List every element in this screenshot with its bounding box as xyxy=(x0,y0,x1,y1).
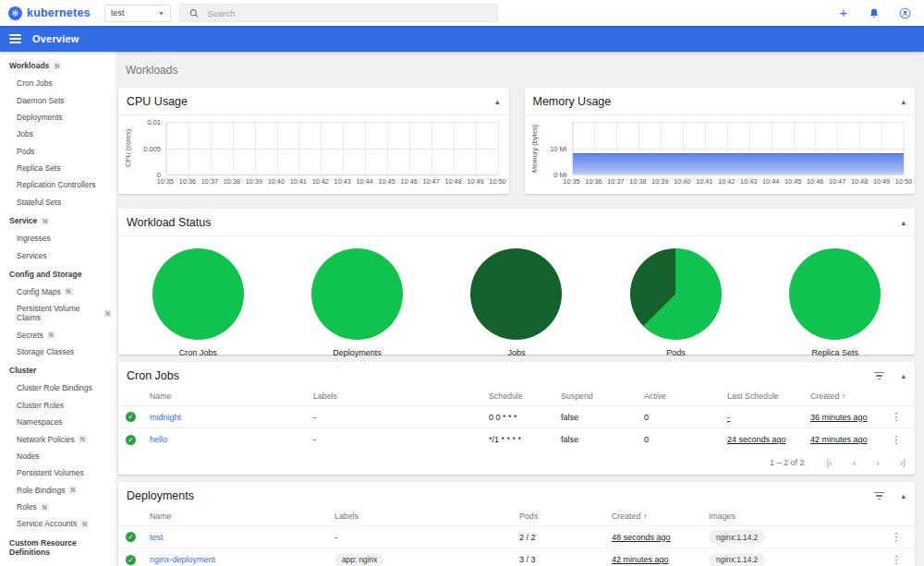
table-header-row: NameLabelsScheduleSuspendActiveLast Sche… xyxy=(118,386,915,406)
sidebar-item-network-policies[interactable]: Network PoliciesN xyxy=(0,430,116,447)
column-header-pods[interactable]: Pods xyxy=(519,512,612,521)
cell-last-schedule[interactable]: - xyxy=(727,413,810,422)
sidebar-section-label: Custom Resource Definitions xyxy=(9,538,112,557)
y-tick-label: 10 Mi xyxy=(550,144,566,152)
collapse-button[interactable]: ▴ xyxy=(901,218,906,227)
x-tick-label: 10:37 xyxy=(201,177,218,186)
column-header-name[interactable]: Name xyxy=(150,391,313,401)
filter-icon[interactable] xyxy=(873,372,884,379)
column-header-created[interactable]: Created↑ xyxy=(810,391,885,401)
deployment-name-link[interactable]: test xyxy=(150,533,334,542)
first-page-icon[interactable]: |‹ xyxy=(827,457,833,468)
sidebar-item-nodes[interactable]: Nodes xyxy=(0,448,116,464)
last-page-icon[interactable]: ›| xyxy=(900,457,906,468)
sidebar-item-replication-controllers[interactable]: Replication Controllers xyxy=(0,176,116,193)
cell-last-schedule[interactable]: 24 seconds ago xyxy=(727,435,810,444)
sidebar-section-config-and-storage: Config and Storage xyxy=(0,264,116,283)
cell-images: nginx:1.14.2 xyxy=(709,530,885,544)
pie-chart xyxy=(630,248,722,340)
sidebar-section-custom-resource-definitions: Custom Resource Definitions xyxy=(0,533,116,561)
sidebar-item-daemon-sets[interactable]: Daemon Sets xyxy=(0,91,116,108)
gridline-horizontal xyxy=(166,122,498,123)
sidebar-item-secrets[interactable]: SecretsN xyxy=(0,327,116,343)
table-header-row: NameLabelsPodsCreated↑Images xyxy=(118,506,915,526)
column-header-name[interactable]: Name xyxy=(150,512,334,521)
sidebar-item-label: Cluster Roles xyxy=(17,401,64,410)
chart-plot-area xyxy=(572,122,905,175)
deployments-card: Deployments ▴ NameLabelsPodsCreated↑Imag… xyxy=(118,482,915,566)
column-header-schedule[interactable]: Schedule xyxy=(489,391,561,401)
sidebar-item-roles[interactable]: RolesN xyxy=(0,499,116,515)
memory-usage-chart: Memory (bytes)10 Mi0 Mi10:3510:3610:3710… xyxy=(530,122,905,187)
sidebar-item-service-accounts[interactable]: Service AccountsN xyxy=(0,515,116,532)
cronjob-name-link[interactable]: midnight xyxy=(150,413,313,422)
x-tick-label: 10:38 xyxy=(224,177,240,186)
x-tick-label: 10:44 xyxy=(357,177,373,186)
kebab-menu-icon[interactable]: ⋮ xyxy=(885,554,907,566)
collapse-button[interactable]: ▴ xyxy=(901,491,906,500)
sidebar-item-storage-classes[interactable]: Storage Classes xyxy=(0,343,116,360)
x-axis-labels: 10:3510:3610:3710:3810:3910:4010:4110:42… xyxy=(572,175,905,187)
column-header-last-schedule[interactable]: Last Schedule xyxy=(727,391,810,401)
x-tick-label: 10:42 xyxy=(312,177,329,186)
filter-icon[interactable] xyxy=(873,492,884,500)
workload-pie-jobs: Jobs xyxy=(437,248,596,357)
y-axis-ticks: 0.010.0050 xyxy=(136,122,165,175)
column-header-active[interactable]: Active xyxy=(644,391,727,401)
sidebar-item-cluster[interactable]: Cluster xyxy=(0,561,116,566)
sidebar-item-cron-jobs[interactable]: Cron Jobs xyxy=(0,75,116,91)
collapse-button[interactable]: ▴ xyxy=(495,97,500,106)
brand[interactable]: ⎈ kubernetes xyxy=(8,6,104,20)
search-input[interactable] xyxy=(207,8,488,18)
sidebar-item-persistent-volume-claims[interactable]: Persistent Volume ClaimsN xyxy=(0,300,116,326)
user-icon xyxy=(899,7,911,19)
sidebar-item-role-bindings[interactable]: Role BindingsN xyxy=(0,482,116,499)
x-tick-label: 10:37 xyxy=(607,177,624,186)
sidebar-item-ingresses[interactable]: Ingresses xyxy=(0,230,116,247)
sidebar-item-label: Roles xyxy=(17,502,37,512)
collapse-button[interactable]: ▴ xyxy=(901,371,906,380)
collapse-button[interactable]: ▴ xyxy=(901,97,906,106)
kubernetes-logo-icon: ⎈ xyxy=(8,6,22,20)
column-header-labels[interactable]: Labels xyxy=(334,512,519,521)
cell-created[interactable]: 42 minutes ago xyxy=(612,555,709,564)
workload-status-pies: Cron JobsDeploymentsJobsPodsReplica Sets xyxy=(118,236,915,357)
sidebar-item-jobs[interactable]: Jobs xyxy=(0,126,116,142)
cronjob-name-link[interactable]: hello xyxy=(150,435,313,444)
cell-created[interactable]: 36 minutes ago xyxy=(810,413,885,422)
sidebar-item-services[interactable]: Services xyxy=(0,247,116,263)
notifications-button[interactable] xyxy=(868,6,881,19)
sidebar-item-stateful-sets[interactable]: Stateful Sets xyxy=(0,194,116,211)
column-header-images[interactable]: Images xyxy=(709,512,885,521)
create-resource-button[interactable]: + xyxy=(837,6,850,19)
next-page-icon[interactable]: › xyxy=(876,457,880,468)
sidebar-item-persistent-volumes[interactable]: Persistent Volumes xyxy=(0,464,116,481)
namespace-select[interactable]: test ▼ xyxy=(104,5,171,22)
sidebar-item-pods[interactable]: Pods xyxy=(0,143,116,160)
user-menu-button[interactable] xyxy=(898,6,911,19)
x-tick-label: 10:49 xyxy=(873,177,890,186)
deployment-name-link[interactable]: nginx-deployment xyxy=(150,555,334,564)
sidebar-section-label: Cluster xyxy=(9,366,36,375)
menu-button[interactable] xyxy=(9,34,21,43)
gridline-horizontal xyxy=(573,122,905,123)
section-title: Workloads xyxy=(126,64,915,77)
search-bar[interactable] xyxy=(179,4,498,22)
kebab-menu-icon[interactable]: ⋮ xyxy=(885,531,907,543)
sidebar-item-namespaces[interactable]: Namespaces xyxy=(0,414,116,430)
column-header-labels[interactable]: Labels xyxy=(313,391,489,401)
kebab-menu-icon[interactable]: ⋮ xyxy=(885,434,907,446)
prev-page-icon[interactable]: ‹ xyxy=(853,457,857,468)
sidebar-item-label: Secrets xyxy=(17,331,43,340)
sidebar-item-deployments[interactable]: Deployments xyxy=(0,109,116,126)
sidebar-item-cluster-role-bindings[interactable]: Cluster Role Bindings xyxy=(0,379,116,396)
column-header-suspend[interactable]: Suspend xyxy=(561,391,644,401)
column-header-created[interactable]: Created↑ xyxy=(612,512,709,521)
sidebar-item-replica-sets[interactable]: Replica Sets xyxy=(0,160,116,176)
cell-created[interactable]: 42 minutes ago xyxy=(810,435,885,444)
cell-created[interactable]: 48 seconds ago xyxy=(612,533,709,542)
sidebar-item-config-maps[interactable]: Config MapsN xyxy=(0,283,116,300)
sidebar-item-cluster-roles[interactable]: Cluster Roles xyxy=(0,397,116,414)
toolbar: Overview xyxy=(0,26,924,52)
kebab-menu-icon[interactable]: ⋮ xyxy=(885,411,907,423)
